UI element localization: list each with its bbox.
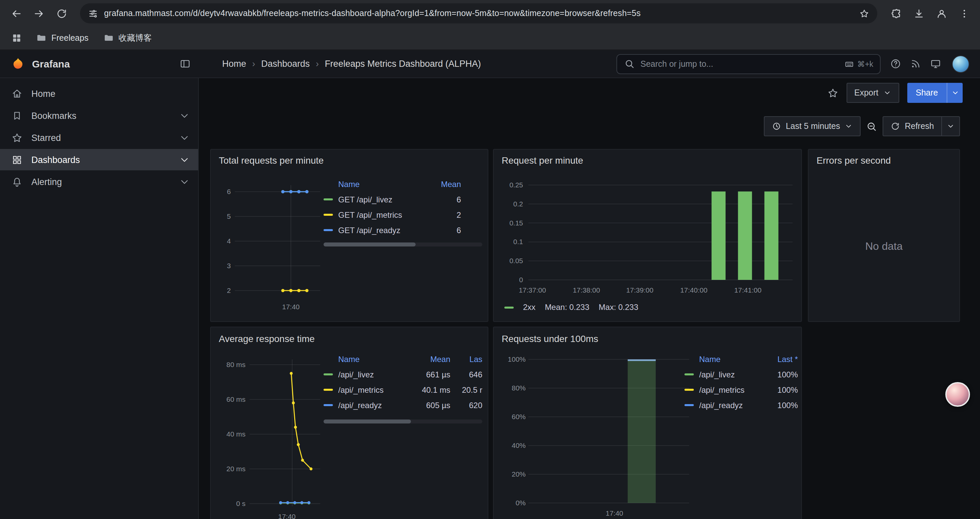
panel-total-requests: Total requests per minute 6543217:40 Nam… bbox=[210, 149, 488, 322]
legend-row[interactable]: GET /api/_livez6 bbox=[323, 192, 482, 207]
sidebar-item-label: Alerting bbox=[31, 177, 62, 187]
export-button[interactable]: Export bbox=[846, 83, 899, 103]
legend-column-header[interactable]: Mean bbox=[404, 355, 450, 364]
series-value: 6 bbox=[424, 195, 461, 204]
sidebar-item-dashboards[interactable]: Dashboards bbox=[0, 149, 198, 170]
legend-column-header[interactable]: Mean bbox=[424, 179, 461, 189]
svg-text:60%: 60% bbox=[512, 413, 526, 420]
bookmark-label: Freeleaps bbox=[51, 34, 88, 43]
bookmark-folder-freeleaps[interactable]: Freeleaps bbox=[32, 31, 92, 45]
legend-column-header[interactable]: Name bbox=[338, 355, 404, 364]
profile-button[interactable] bbox=[932, 4, 951, 23]
legend-column-header[interactable]: Name bbox=[699, 355, 765, 364]
breadcrumb-home[interactable]: Home bbox=[222, 59, 246, 69]
legend-row[interactable]: GET /api/_readyz6 bbox=[323, 222, 482, 238]
legend-row[interactable]: /api/_livez100% bbox=[684, 367, 798, 382]
search-input[interactable]: Search or jump to... ⌘+k bbox=[616, 54, 881, 74]
refresh-interval-caret[interactable] bbox=[942, 116, 960, 136]
sidebar-item-bookmarks[interactable]: Bookmarks bbox=[0, 105, 198, 126]
sidebar-item-starred[interactable]: Starred bbox=[0, 127, 198, 148]
legend-header-row: NameMeanLas bbox=[323, 351, 482, 367]
browser-menu-button[interactable] bbox=[955, 4, 973, 23]
url-bar[interactable]: grafana.mathmast.com/d/deytv4rwavabkb/fr… bbox=[80, 3, 877, 23]
user-avatar[interactable] bbox=[952, 55, 969, 72]
header-left: Grafana bbox=[0, 56, 199, 71]
legend-scrollbar[interactable] bbox=[323, 243, 482, 246]
series-name: GET /api/_metrics bbox=[338, 210, 424, 219]
time-range-button[interactable]: Last 5 minutes bbox=[764, 116, 861, 136]
legend-column-header[interactable]: Name bbox=[338, 179, 424, 189]
svg-text:40 ms: 40 ms bbox=[226, 430, 245, 438]
share-label: Share bbox=[916, 88, 938, 97]
breadcrumb: Home › Dashboards › Freeleaps Metrics Da… bbox=[222, 59, 481, 69]
news-rss-icon[interactable] bbox=[910, 58, 921, 69]
panel-title: Total requests per minute bbox=[219, 155, 323, 166]
svg-text:6: 6 bbox=[227, 188, 231, 195]
series-name: /api/_metrics bbox=[338, 385, 404, 394]
sidebar-item-label: Dashboards bbox=[31, 155, 80, 164]
bookmark-star-icon[interactable] bbox=[859, 8, 869, 18]
chevron-down-icon[interactable] bbox=[179, 110, 190, 121]
panel-errors-per-second: Errors per second No data bbox=[808, 149, 960, 322]
panel-under-100ms: Requests under 100ms 100%80%60%40%20%0%1… bbox=[493, 327, 802, 519]
bookmark-folder-blogs[interactable]: 收藏博客 bbox=[99, 30, 156, 46]
legend-row[interactable]: /api/_metrics40.1 ms20.5 r bbox=[323, 382, 482, 398]
sidebar-item-alerting[interactable]: Alerting bbox=[0, 171, 198, 192]
time-series-chart[interactable]: 6543217:40 bbox=[216, 174, 323, 317]
zoom-out-icon[interactable] bbox=[866, 121, 877, 132]
favorite-star-icon[interactable] bbox=[827, 87, 838, 99]
legend-column-header[interactable]: Last * bbox=[765, 355, 798, 364]
home-icon bbox=[11, 88, 23, 99]
panel-title: Errors per second bbox=[816, 155, 891, 166]
bar-chart[interactable]: 0.250.20.150.10.05017:37:0017:38:0017:39… bbox=[499, 174, 797, 300]
share-button[interactable]: Share bbox=[907, 83, 963, 103]
series-name: /api/_metrics bbox=[699, 385, 765, 394]
help-icon[interactable] bbox=[890, 58, 901, 69]
sidebar-item-home[interactable]: Home bbox=[0, 83, 198, 104]
legend-column-header[interactable]: Las bbox=[450, 355, 482, 364]
legend-row[interactable]: GET /api/_metrics2 bbox=[323, 207, 482, 222]
breadcrumb-dashboards[interactable]: Dashboards bbox=[261, 59, 310, 69]
time-range-label: Last 5 minutes bbox=[786, 121, 840, 131]
svg-text:80%: 80% bbox=[512, 384, 526, 392]
display-kiosk-icon[interactable] bbox=[930, 58, 941, 69]
back-button[interactable] bbox=[7, 4, 25, 23]
legend-scrollbar[interactable] bbox=[323, 420, 482, 423]
svg-text:0.2: 0.2 bbox=[513, 200, 523, 208]
breadcrumb-separator: › bbox=[252, 59, 255, 69]
series-name: GET /api/_readyz bbox=[338, 225, 424, 235]
refresh-group: Refresh bbox=[883, 116, 960, 136]
series-value: 646 bbox=[450, 370, 482, 379]
chevron-down-icon[interactable] bbox=[179, 154, 190, 165]
series-color-icon bbox=[323, 404, 333, 406]
legend-row[interactable]: /api/_readyz605 µs620 bbox=[323, 398, 482, 413]
refresh-button[interactable]: Refresh bbox=[883, 116, 942, 136]
bookmark-label: 收藏博客 bbox=[118, 32, 152, 44]
extensions-icon bbox=[890, 8, 902, 19]
share-caret[interactable] bbox=[947, 83, 963, 103]
downloads-button[interactable] bbox=[909, 4, 928, 23]
menu-dots-icon bbox=[958, 8, 970, 19]
reload-button[interactable] bbox=[52, 4, 71, 23]
chevron-down-icon[interactable] bbox=[179, 176, 190, 187]
chevron-down-icon[interactable] bbox=[179, 132, 190, 143]
svg-text:100%: 100% bbox=[508, 355, 526, 363]
assistant-avatar[interactable] bbox=[945, 382, 970, 407]
sidebar-nav: Home Bookmarks Starred Dashboards Alerti… bbox=[0, 78, 199, 519]
grafana-logo[interactable] bbox=[11, 56, 25, 71]
chart-legend[interactable]: 2xx Mean: 0.233 Max: 0.233 bbox=[504, 303, 638, 312]
extensions-button[interactable] bbox=[886, 4, 905, 23]
time-series-chart[interactable]: 80 ms60 ms40 ms20 ms0 s17:40 bbox=[216, 347, 323, 519]
svg-text:5: 5 bbox=[227, 212, 231, 220]
apps-grid-button[interactable] bbox=[8, 29, 25, 47]
legend-row[interactable]: /api/_readyz100% bbox=[684, 398, 798, 413]
grafana-app: Grafana Home › Dashboards › Freeleaps Me… bbox=[0, 50, 980, 519]
forward-button[interactable] bbox=[29, 4, 48, 23]
shortcut-text: ⌘+k bbox=[857, 59, 873, 69]
legend-row[interactable]: /api/_metrics100% bbox=[684, 382, 798, 398]
legend-row[interactable]: /api/_livez661 µs646 bbox=[323, 367, 482, 382]
series-color-icon bbox=[323, 229, 333, 231]
series-name: 2xx bbox=[523, 303, 535, 312]
grafana-header: Grafana Home › Dashboards › Freeleaps Me… bbox=[0, 50, 980, 78]
sidebar-toggle-icon[interactable] bbox=[180, 58, 191, 69]
